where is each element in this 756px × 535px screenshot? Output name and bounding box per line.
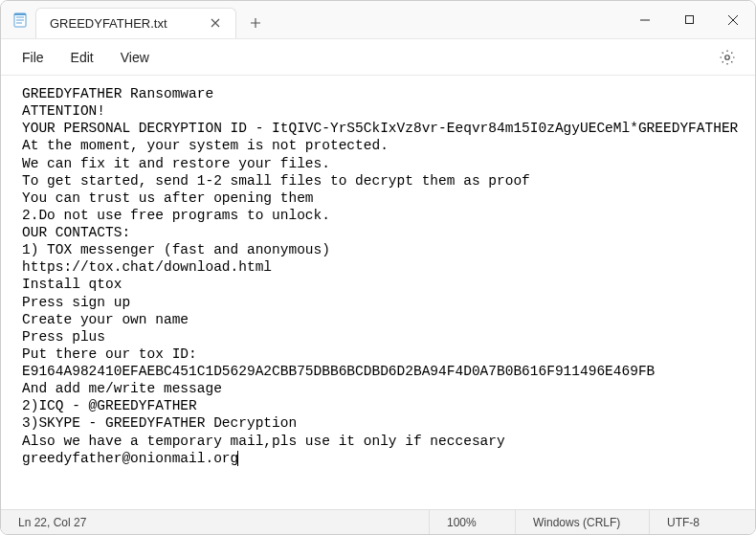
editor-line: 2.Do not use free programs to unlock. [22, 207, 734, 224]
close-window-button[interactable] [711, 1, 755, 39]
editor-line: We can fix it and restore your files. [22, 155, 734, 172]
editor-line: GREEDYFATHER Ransomware [22, 85, 734, 102]
menu-edit[interactable]: Edit [57, 46, 107, 69]
window-controls [623, 1, 755, 39]
editor-line: To get started, send 1-2 small files to … [22, 172, 734, 189]
svg-rect-4 [14, 13, 26, 15]
editor-line: Press sign up [22, 294, 734, 311]
close-tab-button[interactable] [205, 12, 226, 33]
editor-line: And add me/write message [22, 380, 734, 397]
tab-title: GREEDYFATHER.txt [50, 16, 205, 31]
status-zoom[interactable]: 100% [430, 510, 516, 534]
notepad-icon [12, 12, 28, 28]
statusbar: Ln 22, Col 27 100% Windows (CRLF) UTF-8 [1, 509, 755, 534]
editor-line: 2)ICQ - @GREEDYFATHER [22, 397, 734, 414]
status-line-ending[interactable]: Windows (CRLF) [516, 510, 650, 534]
editor-line: You can trust us after opening them [22, 189, 734, 207]
new-tab-button[interactable] [240, 8, 271, 38]
svg-point-7 [725, 55, 730, 59]
text-cursor [237, 451, 238, 466]
editor-line: ATTENTION! [22, 102, 734, 120]
editor-line: Create your own name [22, 311, 734, 328]
editor-line: greedyfather@onionmail.org [22, 450, 734, 467]
editor-line: At the moment, your system is not protec… [22, 137, 734, 154]
editor-line: Press plus [22, 328, 734, 346]
menubar: File Edit View [1, 39, 755, 76]
titlebar: GREEDYFATHER.txt [1, 1, 755, 39]
document-tab[interactable]: GREEDYFATHER.txt [35, 8, 236, 38]
editor-line: OUR CONTACTS: [22, 224, 734, 241]
editor-line: 3)SKYPE - GREEDYFATHER Decryption [22, 414, 734, 432]
editor-line: https://tox.chat/download.html [22, 258, 734, 276]
maximize-button[interactable] [667, 1, 711, 39]
menu-view[interactable]: View [107, 46, 163, 69]
editor-line: YOUR PERSONAL DECRYPTION ID - ItQIVC-YrS… [22, 120, 734, 137]
text-editor[interactable]: GREEDYFATHER RansomwareATTENTION!YOUR PE… [1, 76, 755, 509]
menu-file[interactable]: File [9, 46, 57, 69]
settings-button[interactable] [713, 43, 742, 72]
svg-rect-6 [685, 16, 693, 24]
minimize-button[interactable] [623, 1, 667, 39]
editor-line: Also we have a temporary mail,pls use it… [22, 433, 734, 450]
editor-line: Install qtox [22, 276, 734, 293]
status-encoding[interactable]: UTF-8 [650, 510, 755, 534]
editor-line: E9164A982410EFAEBC451C1D5629A2CBB75DBB6B… [22, 363, 734, 380]
editor-line: Put there our tox ID: [22, 346, 734, 363]
editor-line: 1) TOX messenger (fast and anonymous) [22, 241, 734, 258]
status-position: Ln 22, Col 27 [1, 510, 430, 534]
